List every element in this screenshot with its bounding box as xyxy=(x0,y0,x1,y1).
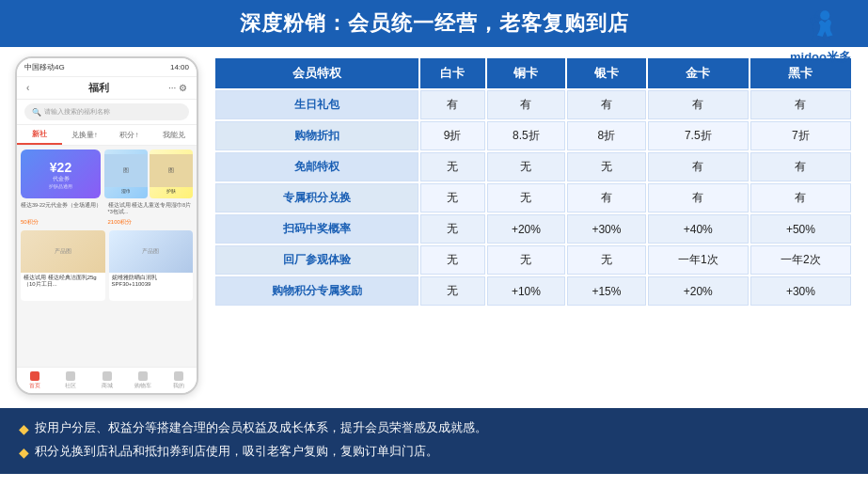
membership-table: 会员特权 白卡 铜卡 银卡 金卡 黑卡 生日礼包有有有有有购物折扣9折8.5折8… xyxy=(213,56,853,307)
table-cell-0-3: 有 xyxy=(567,90,645,119)
table-cell-1-2: 8.5折 xyxy=(487,121,565,150)
note-text-1: 按用户分层、权益分等搭建合理的会员权益及成长体系，提升会员荣誉感及成就感。 xyxy=(35,417,487,438)
voucher-small-1: 图 湿巾 xyxy=(104,150,148,198)
table-cell-3-2: 无 xyxy=(487,183,565,213)
col-header-copper: 铜卡 xyxy=(487,58,565,88)
phone-status-bar: 中国移动4G 14:00 xyxy=(17,58,197,77)
phone-bottom-tab-community[interactable]: 社区 xyxy=(53,368,88,393)
phone-tab-2[interactable]: 积分↑ xyxy=(107,125,152,145)
col-header-privilege: 会员特权 xyxy=(215,58,418,88)
table-cell-5-3: 无 xyxy=(567,245,645,275)
table-row: 扫码中奖概率无+20%+30%+40%+50% xyxy=(215,214,851,244)
phone-time: 14:00 xyxy=(170,63,189,71)
table-cell-5-4: 一年1次 xyxy=(648,245,749,275)
label-row: 槿达39-22元代金券（全场通用） 槿达试用 槿达儿童送专用湿巾8片*3包试..… xyxy=(21,202,193,215)
table-cell-0-0: 生日礼包 xyxy=(215,90,418,119)
phone-search-area: 🔍 请输入搜索的福利名称 xyxy=(17,100,197,125)
table-cell-2-4: 有 xyxy=(648,152,749,181)
diamond-icon-2: ◆ xyxy=(19,442,29,464)
phone-tabs: 新社 兑换量↑ 积分↑ 我能兑 xyxy=(17,125,197,146)
phone-tab-3[interactable]: 我能兑 xyxy=(151,125,197,145)
product-row-2: 产品图 槿达试用 槿达经典洁面乳25g（10片工日... 产品图 妮维雅防晒白润… xyxy=(21,230,193,301)
voucher-row: ¥22 代金券 护肤品通用 图 湿巾 图 护肤 xyxy=(21,150,193,198)
table-cell-1-5: 7折 xyxy=(750,121,851,150)
bottom-notes: ◆ 按用户分层、权益分等搭建合理的会员权益及成长体系，提升会员荣誉感及成就感。 … xyxy=(0,408,868,474)
table-row: 免邮特权无无无有有 xyxy=(215,152,851,181)
table-cell-6-4: +20% xyxy=(648,276,749,306)
main-content: 中国移动4G 14:00 ‹ 福利 ··· ⚙ 🔍 请输入搜索的福利名称 新社 … xyxy=(0,47,868,404)
cart-icon xyxy=(138,371,148,381)
phone-bottom-tab-cart[interactable]: 购物车 xyxy=(125,368,161,393)
table-cell-3-1: 无 xyxy=(420,183,485,213)
phone-tab-0[interactable]: 新社 xyxy=(17,125,62,145)
membership-table-container: 会员特权 白卡 铜卡 银卡 金卡 黑卡 生日礼包有有有有有购物折扣9折8.5折8… xyxy=(213,56,853,404)
table-cell-6-0: 购物积分专属奖励 xyxy=(215,276,418,306)
product1-points: 50积分 xyxy=(21,218,104,227)
table-cell-4-1: 无 xyxy=(420,214,485,244)
table-cell-3-0: 专属积分兑换 xyxy=(215,183,418,213)
home-icon xyxy=(30,371,39,381)
community-icon xyxy=(66,371,75,381)
phone-mockup: 中国移动4G 14:00 ‹ 福利 ··· ⚙ 🔍 请输入搜索的福利名称 新社 … xyxy=(15,56,198,395)
voucher-stack: 图 湿巾 图 护肤 xyxy=(104,150,193,198)
voucher-sub: 护肤品通用 xyxy=(49,183,72,189)
logo-area: midoo米多 xyxy=(790,8,851,66)
product2-points: 2100积分 xyxy=(108,218,193,227)
table-cell-4-2: +20% xyxy=(487,214,565,244)
voucher-amount: ¥22 xyxy=(50,160,71,175)
table-row: 购物积分专属奖励无+10%+15%+20%+30% xyxy=(215,276,851,306)
table-cell-6-3: +15% xyxy=(567,276,645,306)
phone-nav-more: ··· ⚙ xyxy=(168,83,187,93)
table-cell-2-1: 无 xyxy=(420,152,485,181)
table-cell-1-3: 8折 xyxy=(567,121,645,150)
table-row: 购物折扣9折8.5折8折7.5折7折 xyxy=(215,121,851,150)
product-info-4: 妮维雅防晒白润乳SPF30+110039 xyxy=(109,273,194,290)
phone-nav-back: ‹ xyxy=(26,83,29,93)
phone-body: ¥22 代金券 护肤品通用 图 湿巾 图 护肤 xyxy=(17,146,197,344)
table-cell-2-2: 无 xyxy=(487,152,565,181)
title-bar: 深度粉销：会员统一经营，老客复购到店 midoo米多 xyxy=(0,0,868,47)
table-cell-0-1: 有 xyxy=(420,90,485,119)
table-cell-5-1: 无 xyxy=(420,245,485,275)
table-cell-2-0: 免邮特权 xyxy=(215,152,418,181)
midoo-logo-icon xyxy=(801,8,841,47)
col-header-white: 白卡 xyxy=(420,58,485,88)
phone-nav-title: 福利 xyxy=(88,81,109,95)
note-text-2: 积分兑换到店礼品和抵扣券到店使用，吸引老客户复购，复购订单归门店。 xyxy=(35,441,438,462)
phone-bottom-tab-shop[interactable]: 商城 xyxy=(88,368,124,393)
phone-search-input[interactable]: 🔍 请输入搜索的福利名称 xyxy=(24,103,189,120)
note-item-1: ◆ 按用户分层、权益分等搭建合理的会员权益及成长体系，提升会员荣誉感及成就感。 xyxy=(19,417,849,441)
logo-text: midoo米多 xyxy=(790,49,851,66)
phone-bottom-tab-home[interactable]: 首页 xyxy=(17,368,53,393)
col-header-gold: 金卡 xyxy=(648,58,749,88)
table-cell-3-5: 有 xyxy=(750,183,851,213)
table-cell-4-4: +40% xyxy=(648,214,749,244)
table-cell-4-3: +30% xyxy=(567,214,645,244)
diamond-icon-1: ◆ xyxy=(19,418,29,441)
shop-icon xyxy=(103,371,112,381)
voucher-desc: 代金券 xyxy=(53,175,70,183)
table-cell-1-0: 购物折扣 xyxy=(215,121,418,150)
table-cell-5-2: 无 xyxy=(487,245,565,275)
product-card-3: 产品图 槿达试用 槿达经典洁面乳25g（10片工日... xyxy=(21,230,105,301)
search-icon: 🔍 xyxy=(32,108,41,117)
table-cell-4-0: 扫码中奖概率 xyxy=(215,214,418,244)
table-cell-5-0: 回厂参观体验 xyxy=(215,245,418,275)
phone-bottom-nav: 首页 社区 商城 购物车 我的 xyxy=(17,367,197,393)
product-info-3: 槿达试用 槿达经典洁面乳25g（10片工日... xyxy=(21,273,105,290)
phone-carrier: 中国移动4G xyxy=(24,62,65,72)
svg-point-1 xyxy=(820,10,829,20)
table-cell-0-5: 有 xyxy=(750,90,851,119)
profile-icon xyxy=(174,371,183,381)
table-cell-0-2: 有 xyxy=(487,90,565,119)
points-row: 50积分 2100积分 xyxy=(21,218,193,227)
table-cell-5-5: 一年2次 xyxy=(750,245,851,275)
table-cell-6-5: +30% xyxy=(750,276,851,306)
table-cell-6-1: 无 xyxy=(420,276,485,306)
phone-search-placeholder: 请输入搜索的福利名称 xyxy=(44,107,110,117)
phone-bottom-tab-profile[interactable]: 我的 xyxy=(161,368,197,393)
table-cell-2-5: 有 xyxy=(750,152,851,181)
product3-title: 槿达试用 槿达经典洁面乳25g（10片工日... xyxy=(24,275,103,288)
phone-tab-1[interactable]: 兑换量↑ xyxy=(62,125,107,145)
product2-title: 槿达试用 槿达儿童送专用湿巾8片*3包试... xyxy=(108,202,193,215)
